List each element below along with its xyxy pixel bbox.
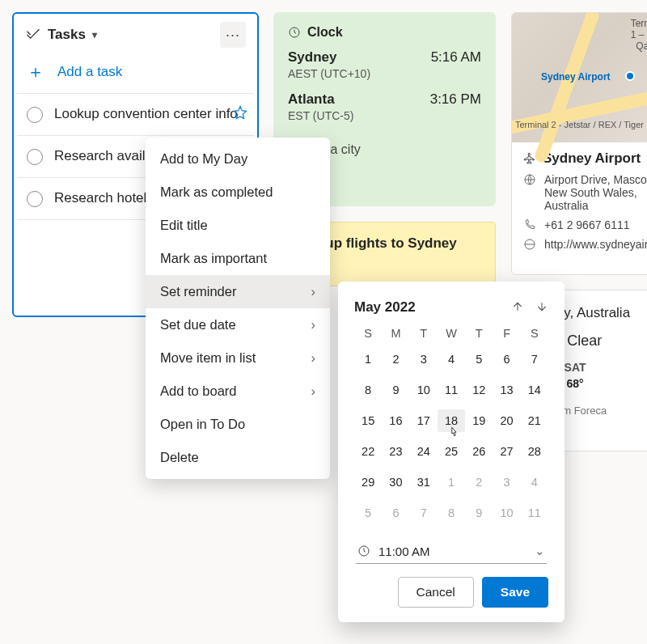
calendar-day[interactable]: 6 [493,348,520,371]
calendar-day[interactable]: 15 [354,409,382,432]
context-menu-item[interactable]: Set due date› [146,308,330,341]
add-task-row[interactable]: ＋ Add a task [14,53,257,93]
reminder-time-row[interactable]: 11:00 AM ⌄ [356,539,547,564]
calendar-weekday-label: W [438,327,465,340]
calendar-day[interactable]: 1 [354,348,382,371]
calendar-title: May 2022 [354,299,416,316]
calendar-day[interactable]: 2 [382,348,409,371]
phone-icon [523,218,536,231]
calendar-day[interactable]: 3 [410,348,438,371]
place-url: http://www.sydneyairport.com.au [544,238,647,251]
place-body: Sydney Airport Airport Drive, Mascot, Ne… [512,142,647,259]
weather-now-cond: Clear [567,333,602,350]
task-item[interactable]: Lookup convention center info [17,93,254,135]
calendar-day[interactable]: 5 [465,348,493,371]
add-task-label: Add a task [57,64,122,80]
tasks-title-group[interactable]: Tasks ▾ [25,27,97,43]
clock-title: Clock [307,25,343,40]
context-menu-item[interactable]: Delete [146,441,330,474]
reminder-calendar-popup: May 2022 SMTWTFS123456789101112131415161… [338,282,565,622]
place-address: Airport Drive, Mascot, New South Wales, … [544,173,647,212]
calendar-day[interactable]: 3 [493,471,520,494]
calendar-day[interactable]: 2 [465,471,493,494]
more-button[interactable]: ··· [220,22,246,48]
calendar-day[interactable]: 22 [354,440,382,463]
calendar-nav [511,300,548,316]
calendar-day[interactable]: 19 [465,409,493,432]
chevron-down-icon: ▾ [92,29,97,40]
context-menu-item[interactable]: Set reminder› [146,275,330,308]
map-label: Terminal 2 - Jetstar / REX / Tiger [515,120,644,129]
context-menu-item[interactable]: Mark as completed [146,176,330,209]
calendar-day[interactable]: 11 [438,379,465,401]
calendar-day[interactable]: 27 [493,440,520,463]
tasks-header: Tasks ▾ ··· [14,14,257,53]
calendar-day[interactable]: 12 [465,379,493,401]
save-button[interactable]: Save [482,577,548,608]
task-checkbox[interactable] [27,107,43,123]
calendar-day[interactable]: 10 [493,502,520,524]
context-menu-label: Add to My Day [160,151,247,167]
calendar-day[interactable]: 10 [410,379,438,401]
context-menu-item[interactable]: Add to My Day [146,142,330,176]
calendar-day[interactable]: 14 [521,379,548,401]
context-menu-label: Set due date [160,317,236,333]
context-menu-item[interactable]: Open in To Do [146,408,330,441]
calendar-day[interactable]: 5 [354,502,382,524]
calendar-day[interactable]: 21 [521,409,548,432]
calendar-day[interactable]: 30 [382,471,409,494]
cancel-button[interactable]: Cancel [398,577,474,608]
calendar-day[interactable]: 9 [465,502,493,524]
context-menu-item[interactable]: Move item in list› [146,341,330,375]
clock-city-name: Atlanta [288,91,335,108]
map-label: Terminal1 – [631,18,647,40]
clock-city-tz: EST (UTC-5) [288,109,481,122]
context-menu-item[interactable]: Edit title [146,209,330,242]
clock-city-time: 5:16 AM [431,49,481,66]
calendar-weekday-label: F [493,327,520,340]
place-phone-row: +61 2 9667 6111 [523,218,647,231]
calendar-day[interactable]: 17 [410,409,438,432]
tasks-title: Tasks [48,27,86,43]
calendar-day[interactable]: 11 [521,502,548,524]
calendar-day[interactable]: 28 [521,440,548,463]
calendar-day[interactable]: 4 [438,348,465,371]
task-checkbox[interactable] [27,149,43,165]
calendar-day[interactable]: 8 [438,502,465,524]
calendar-day[interactable]: 9 [382,379,409,401]
calendar-day[interactable]: 23 [382,440,409,463]
calendar-day[interactable]: 6 [382,502,409,524]
calendar-weekday-label: M [382,327,409,340]
calendar-day[interactable]: 13 [493,379,520,401]
context-menu-item[interactable]: Add to board› [146,375,330,408]
place-url-row[interactable]: http://www.sydneyairport.com.au [523,238,647,251]
calendar-day[interactable]: 4 [521,471,548,494]
calendar-weekday-label: S [354,327,382,340]
calendar-prev-button[interactable] [511,300,524,316]
calendar-day[interactable]: 7 [410,502,438,524]
calendar-day[interactable]: 29 [354,471,382,494]
calendar-header: May 2022 [354,299,548,316]
context-menu-item[interactable]: Mark as important [146,242,330,275]
calendar-buttons: Cancel Save [354,577,548,608]
tasks-icon [25,27,41,43]
calendar-day[interactable]: 25 [438,440,465,463]
calendar-day[interactable]: 26 [465,440,493,463]
calendar-day[interactable]: 18 [438,409,465,432]
calendar-next-button[interactable] [535,300,548,316]
task-checkbox[interactable] [27,191,43,207]
link-icon [523,238,536,251]
calendar-day[interactable]: 1 [438,471,465,494]
calendar-day[interactable]: 7 [521,348,548,371]
calendar-day[interactable]: 31 [410,471,438,494]
clock-city-tz: AEST (UTC+10) [288,67,481,80]
calendar-day[interactable]: 20 [493,409,520,432]
calendar-day[interactable]: 8 [354,379,382,401]
star-icon[interactable] [233,105,247,125]
chevron-right-icon: › [311,350,316,366]
chevron-right-icon: › [311,383,316,399]
calendar-day[interactable]: 24 [410,440,438,463]
context-menu-label: Edit title [160,218,208,233]
calendar-day[interactable]: 16 [382,409,409,432]
map-image[interactable]: Terminal1 – Qantas Sydney Airport Termin… [512,13,647,142]
